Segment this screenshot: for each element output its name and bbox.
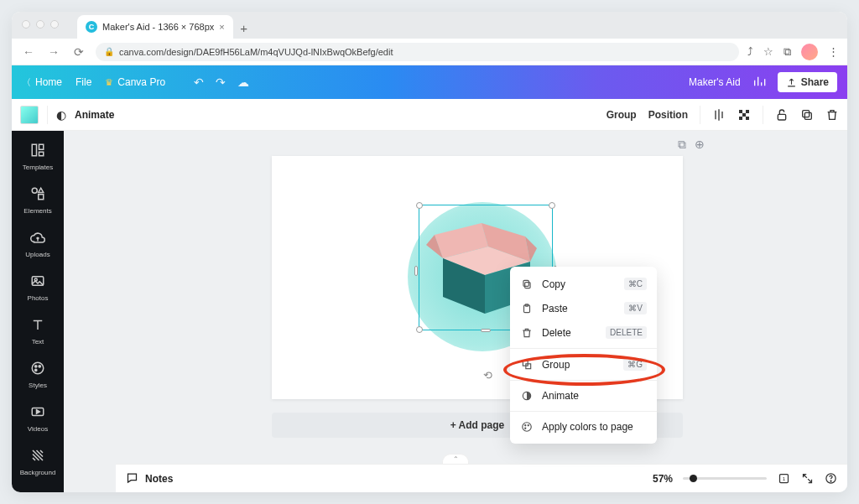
shortcut-label: ⌘C bbox=[624, 278, 647, 290]
share-label: Share bbox=[801, 76, 829, 88]
chevron-left-icon: 〈 bbox=[22, 76, 31, 89]
resize-handle-left[interactable] bbox=[414, 266, 418, 276]
share-url-icon[interactable]: ⤴ bbox=[747, 45, 753, 58]
context-item-label: Animate bbox=[542, 390, 647, 402]
palette-icon bbox=[520, 421, 534, 433]
context-animate[interactable]: Animate bbox=[510, 384, 657, 408]
lock-icon[interactable] bbox=[775, 108, 789, 122]
window-controls[interactable] bbox=[22, 20, 59, 29]
sidebar-item-videos[interactable]: Videos bbox=[12, 399, 64, 438]
close-tab-icon[interactable]: × bbox=[219, 22, 224, 32]
help-icon[interactable] bbox=[824, 472, 837, 486]
forward-button[interactable]: → bbox=[45, 45, 62, 59]
upload-icon bbox=[786, 77, 797, 88]
videos-icon bbox=[30, 404, 45, 423]
document-title[interactable]: Maker's Aid bbox=[689, 76, 741, 88]
new-tab-button[interactable]: + bbox=[233, 17, 255, 39]
svg-point-38 bbox=[830, 481, 831, 481]
undo-button[interactable]: ↶ bbox=[194, 75, 204, 89]
page-strip-toggle[interactable]: ⌃ bbox=[442, 454, 469, 464]
trash-icon[interactable] bbox=[825, 108, 839, 122]
svg-rect-24 bbox=[525, 282, 530, 288]
effects-icon[interactable] bbox=[712, 108, 726, 122]
back-button[interactable]: ← bbox=[20, 45, 37, 59]
extensions-icon[interactable]: ⧉ bbox=[784, 45, 791, 59]
sidebar-item-templates[interactable]: Templates bbox=[12, 138, 64, 176]
notes-button[interactable]: Notes bbox=[126, 471, 173, 486]
resize-handle-bl[interactable] bbox=[416, 326, 423, 333]
browser-tab[interactable]: C Maker's Aid - 1366 × 768px × bbox=[77, 15, 233, 39]
svg-rect-1 bbox=[746, 110, 749, 113]
svg-point-15 bbox=[32, 362, 44, 374]
transparency-icon[interactable] bbox=[737, 108, 751, 122]
canvas-area[interactable]: ⧉ ⊕ bbox=[64, 131, 847, 492]
redo-button[interactable]: ↷ bbox=[216, 75, 226, 89]
group-button[interactable]: Group bbox=[607, 109, 637, 121]
zoom-slider[interactable] bbox=[683, 477, 767, 480]
sidebar-item-styles[interactable]: Styles bbox=[12, 356, 64, 394]
add-page-icon[interactable]: ⊕ bbox=[695, 138, 705, 152]
context-delete[interactable]: Delete DELETE bbox=[510, 320, 657, 345]
animate-button[interactable]: Animate bbox=[75, 109, 114, 121]
separator bbox=[763, 106, 763, 124]
context-item-label: Apply colors to page bbox=[542, 421, 647, 433]
profile-avatar-icon[interactable] bbox=[801, 44, 818, 60]
browser-address-bar: ← → ⟳ 🔒 canva.com/design/DAE9fH56LaM/m4q… bbox=[12, 39, 847, 65]
url-input[interactable]: 🔒 canva.com/design/DAE9fH56LaM/m4qVUJQd-… bbox=[96, 43, 739, 61]
minimize-window-icon[interactable] bbox=[36, 20, 44, 29]
context-item-label: Copy bbox=[542, 278, 616, 290]
sidebar-item-label: Elements bbox=[23, 207, 51, 215]
cloud-sync-icon[interactable]: ☁ bbox=[237, 75, 249, 89]
insights-icon[interactable] bbox=[752, 75, 766, 91]
svg-rect-3 bbox=[739, 117, 742, 120]
svg-rect-5 bbox=[778, 114, 785, 120]
share-button[interactable]: Share bbox=[778, 72, 837, 92]
svg-point-11 bbox=[32, 188, 37, 193]
notes-label: Notes bbox=[145, 473, 173, 485]
sidebar-item-elements[interactable]: Elements bbox=[12, 181, 64, 220]
page-indicator[interactable]: 1 bbox=[777, 472, 790, 486]
svg-rect-6 bbox=[804, 112, 811, 119]
reload-button[interactable]: ⟳ bbox=[70, 45, 87, 59]
browser-menu-icon[interactable]: ⋮ bbox=[828, 45, 839, 58]
position-button[interactable]: Position bbox=[648, 109, 688, 121]
fullscreen-window-icon[interactable] bbox=[50, 20, 59, 29]
sidebar-item-apps[interactable]: All your de... bbox=[12, 486, 64, 492]
resize-handle-bottom[interactable] bbox=[481, 329, 491, 332]
zoom-value[interactable]: 57% bbox=[653, 473, 673, 485]
context-item-label: Group bbox=[542, 359, 615, 371]
context-group[interactable]: Group ⌘G bbox=[510, 352, 657, 377]
resize-handle-tr[interactable] bbox=[549, 202, 555, 209]
context-apply-colors[interactable]: Apply colors to page bbox=[510, 415, 657, 439]
bookmark-icon[interactable]: ☆ bbox=[763, 45, 773, 58]
sidebar-item-photos[interactable]: Photos bbox=[12, 268, 64, 307]
resize-handle-tl[interactable] bbox=[416, 202, 423, 209]
svg-text:1: 1 bbox=[782, 475, 785, 481]
sidebar-item-label: Videos bbox=[28, 425, 48, 433]
sidebar-item-label: Uploads bbox=[25, 251, 49, 258]
sidebar-item-label: Background bbox=[20, 469, 56, 476]
shortcut-label: DELETE bbox=[606, 326, 647, 339]
svg-rect-12 bbox=[39, 195, 44, 200]
context-paste[interactable]: Paste ⌘V bbox=[510, 296, 657, 320]
swap-icon[interactable]: ⟲ bbox=[478, 366, 497, 384]
svg-point-34 bbox=[525, 428, 526, 429]
fullscreen-icon[interactable] bbox=[800, 472, 814, 486]
context-item-label: Paste bbox=[542, 303, 616, 314]
file-menu-button[interactable]: File bbox=[75, 76, 91, 88]
canva-pro-button[interactable]: ♛ Canva Pro bbox=[105, 76, 165, 88]
copy-icon[interactable] bbox=[800, 108, 814, 122]
zoom-slider-thumb[interactable] bbox=[690, 475, 697, 482]
context-menu: Copy ⌘C Paste ⌘V Delete DELETE Group bbox=[510, 267, 657, 444]
back-to-home-button[interactable]: 〈 Home bbox=[22, 76, 62, 89]
context-copy[interactable]: Copy ⌘C bbox=[510, 272, 657, 296]
sidebar-item-text[interactable]: Text bbox=[12, 312, 64, 351]
background-icon bbox=[30, 448, 45, 466]
duplicate-page-icon[interactable]: ⧉ bbox=[678, 138, 686, 152]
sidebar-item-uploads[interactable]: Uploads bbox=[12, 225, 64, 263]
sidebar-item-background[interactable]: Background bbox=[12, 443, 64, 481]
color-swatch[interactable] bbox=[20, 106, 39, 124]
close-window-icon[interactable] bbox=[22, 20, 30, 29]
shortcut-label: ⌘V bbox=[624, 302, 647, 314]
context-item-label: Delete bbox=[542, 327, 597, 339]
